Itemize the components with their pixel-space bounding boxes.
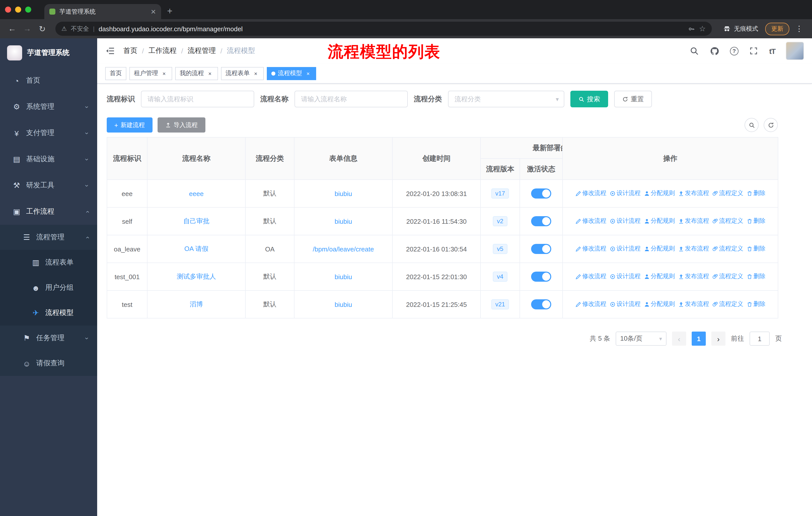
action-publish-link[interactable]: 发布流程	[678, 300, 709, 309]
app-logo-row[interactable]: 芋道管理系统	[0, 38, 97, 67]
sidebar-item-8[interactable]: ▥流程表单	[0, 250, 97, 275]
help-icon[interactable]: ?	[730, 47, 738, 55]
prev-page-button[interactable]: ‹	[672, 332, 686, 346]
breadcrumb-item-2[interactable]: 工作流程	[148, 46, 177, 55]
tag-5[interactable]: 流程模型×	[267, 67, 316, 80]
sidebar-item-3[interactable]: ¥支付管理›	[0, 120, 97, 146]
process-name-link[interactable]: 测试多审批人	[177, 273, 216, 280]
tag-close-icon[interactable]: ×	[206, 70, 213, 77]
action-trash-link[interactable]: 删除	[746, 189, 765, 198]
forward-icon[interactable]: →	[21, 24, 33, 33]
action-assign-user-link[interactable]: 分配规则	[644, 300, 675, 309]
fullscreen-icon[interactable]	[749, 46, 759, 56]
browser-menu-icon[interactable]: ⋮	[792, 24, 806, 33]
process-id-input[interactable]	[141, 91, 254, 107]
sidebar-item-10[interactable]: ✈流程模型	[0, 300, 97, 326]
form-info-link[interactable]: biubiu	[335, 190, 352, 197]
sidebar-item-5[interactable]: ⚒研发工具›	[0, 172, 97, 198]
password-key-icon[interactable]	[688, 25, 695, 32]
tag-close-icon[interactable]: ×	[304, 70, 312, 77]
back-icon[interactable]: ←	[6, 24, 18, 33]
action-design-link[interactable]: 设计流程	[609, 217, 641, 225]
address-bar[interactable]: ⚠ 不安全 | dashboard.yudao.iocoder.cn/bpm/m…	[55, 22, 712, 36]
show-search-toggle-button[interactable]	[745, 118, 759, 132]
action-trash-link[interactable]: 删除	[746, 245, 765, 253]
action-paperclip-link[interactable]: 流程定义	[712, 189, 743, 198]
import-process-button[interactable]: 导入流程	[157, 117, 205, 133]
action-edit-link[interactable]: 修改流程	[575, 272, 606, 281]
active-status-toggle[interactable]	[531, 216, 551, 226]
breadcrumb-item-3[interactable]: 流程管理	[188, 46, 216, 55]
action-design-link[interactable]: 设计流程	[609, 245, 641, 253]
form-info-link[interactable]: biubiu	[335, 301, 352, 308]
font-size-icon[interactable]: tT	[769, 47, 775, 55]
browser-tab[interactable]: 芋道管理系统 ✕	[44, 4, 161, 19]
action-assign-user-link[interactable]: 分配规则	[644, 272, 675, 281]
action-design-link[interactable]: 设计流程	[609, 272, 641, 281]
process-name-link[interactable]: 自己审批	[183, 217, 209, 225]
active-status-toggle[interactable]	[531, 299, 551, 309]
action-edit-link[interactable]: 修改流程	[575, 217, 606, 225]
action-paperclip-link[interactable]: 流程定义	[712, 272, 743, 281]
current-page-button[interactable]: 1	[692, 332, 706, 346]
sidebar-item-12[interactable]: ☺请假查询	[0, 351, 97, 376]
breadcrumb-item-1[interactable]: 首页	[123, 46, 138, 55]
new-tab-button[interactable]: +	[167, 6, 172, 17]
process-name-link[interactable]: OA 请假	[184, 245, 208, 252]
active-status-toggle[interactable]	[531, 188, 551, 198]
form-info-link[interactable]: biubiu	[335, 217, 352, 225]
action-design-link[interactable]: 设计流程	[609, 300, 641, 309]
action-assign-user-link[interactable]: 分配规则	[644, 217, 675, 225]
action-paperclip-link[interactable]: 流程定义	[712, 217, 743, 225]
action-edit-link[interactable]: 修改流程	[575, 189, 606, 198]
refresh-table-button[interactable]	[764, 118, 778, 132]
action-publish-link[interactable]: 发布流程	[678, 272, 709, 281]
next-page-button[interactable]: ›	[711, 332, 725, 346]
tag-close-icon[interactable]: ×	[161, 70, 168, 77]
reload-icon[interactable]: ↻	[36, 24, 48, 33]
action-assign-user-link[interactable]: 分配规则	[644, 189, 675, 198]
sidebar-item-7[interactable]: ☰流程管理›	[0, 225, 97, 250]
reset-button[interactable]: 重置	[614, 91, 652, 107]
action-paperclip-link[interactable]: 流程定义	[712, 245, 743, 253]
action-paperclip-link[interactable]: 流程定义	[712, 300, 743, 309]
active-status-toggle[interactable]	[531, 272, 551, 282]
create-process-button[interactable]: + 新建流程	[107, 117, 152, 133]
goto-page-input[interactable]	[750, 332, 770, 346]
action-edit-link[interactable]: 修改流程	[575, 245, 606, 253]
form-info-link[interactable]: biubiu	[335, 273, 352, 280]
tab-close-icon[interactable]: ✕	[150, 8, 156, 15]
action-publish-link[interactable]: 发布流程	[678, 189, 709, 198]
action-trash-link[interactable]: 删除	[746, 272, 765, 281]
action-design-link[interactable]: 设计流程	[609, 189, 641, 198]
sidebar-item-6[interactable]: ▣工作流程›	[0, 198, 97, 225]
minimize-window-button[interactable]	[15, 6, 21, 12]
avatar[interactable]	[786, 42, 804, 60]
action-edit-link[interactable]: 修改流程	[575, 300, 606, 309]
sidebar-item-9[interactable]: ☻用户分组	[0, 275, 97, 300]
tag-4[interactable]: 流程表单×	[221, 67, 264, 80]
process-category-select[interactable]: 流程分类 ▾	[448, 91, 564, 107]
sidebar-item-11[interactable]: ⚑任务管理›	[0, 326, 97, 351]
github-icon[interactable]	[710, 46, 719, 56]
process-name-link[interactable]: 滔博	[190, 300, 203, 308]
search-button[interactable]: 搜索	[570, 91, 608, 107]
form-info-link[interactable]: /bpm/oa/leave/create	[313, 245, 374, 253]
tag-1[interactable]: 首页	[105, 67, 126, 80]
process-name-link[interactable]: eeee	[189, 190, 204, 197]
action-publish-link[interactable]: 发布流程	[678, 217, 709, 225]
maximize-window-button[interactable]	[25, 6, 31, 12]
process-name-input[interactable]	[294, 91, 408, 107]
bookmark-star-icon[interactable]: ☆	[699, 24, 706, 33]
page-size-select[interactable]: 10条/页 ▾	[616, 332, 667, 346]
close-window-button[interactable]	[5, 6, 11, 12]
update-button[interactable]: 更新	[765, 22, 789, 35]
tag-close-icon[interactable]: ×	[252, 70, 259, 77]
action-publish-link[interactable]: 发布流程	[678, 245, 709, 253]
sidebar-item-4[interactable]: ▤基础设施›	[0, 146, 97, 172]
sidebar-item-1[interactable]: ◔首页	[0, 67, 97, 94]
action-trash-link[interactable]: 删除	[746, 217, 765, 225]
search-icon[interactable]	[690, 46, 699, 56]
tag-2[interactable]: 租户管理×	[129, 67, 172, 80]
action-assign-user-link[interactable]: 分配规则	[644, 245, 675, 253]
